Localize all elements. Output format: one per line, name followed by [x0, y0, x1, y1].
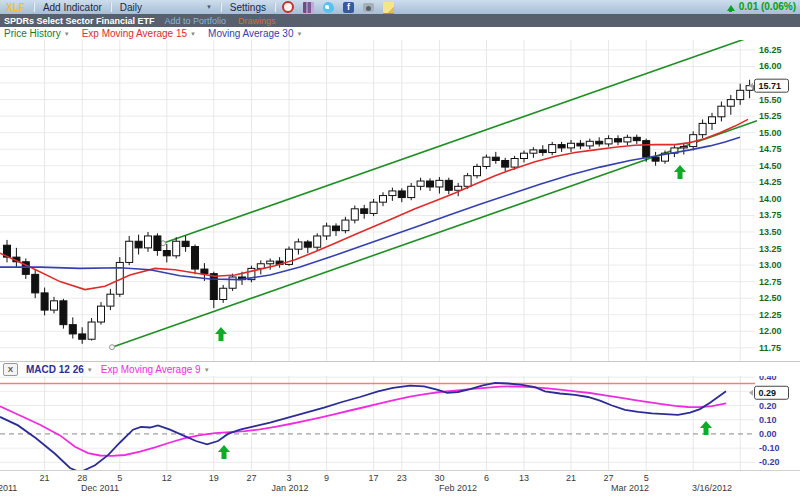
- candle: [445, 180, 452, 190]
- trend-channel[interactable]: [110, 40, 758, 350]
- candle: [643, 141, 650, 158]
- candle: [558, 145, 565, 148]
- main-toolbar: XLF Add Indicator Daily ▼ Settings f 0.0…: [0, 0, 800, 15]
- x-axis-month-label: Jan 2012: [260, 483, 320, 493]
- candle: [436, 180, 443, 187]
- svg-text:15.71: 15.71: [759, 81, 782, 91]
- time-axis[interactable]: 2128512192739172330613212752011Dec 2011J…: [0, 470, 800, 497]
- signal-up-arrow-icon: [674, 165, 686, 179]
- candle: [51, 301, 58, 310]
- ma30-menu[interactable]: Moving Average 30 ▼: [208, 28, 302, 39]
- macd-axis-tick: 0.10: [759, 415, 777, 425]
- candle: [79, 334, 86, 339]
- candle: [699, 123, 706, 134]
- x-axis-month-label: Feb 2012: [428, 483, 488, 493]
- x-axis-day-label: 9: [315, 473, 339, 483]
- price-change: 0.01 (0.06%): [727, 1, 796, 12]
- candle: [69, 325, 76, 334]
- price-axis-tick: 16.00: [759, 61, 782, 71]
- macd-axis-tick: 0.40: [759, 376, 777, 382]
- add-indicator-button[interactable]: Add Indicator: [35, 2, 110, 13]
- x-axis-day-label: 30: [427, 473, 451, 483]
- chevron-down-icon: ▼: [87, 367, 93, 373]
- period-dropdown[interactable]: Daily ▼: [112, 2, 220, 13]
- twitter-icon[interactable]: [323, 2, 334, 13]
- signal-up-arrow-icon: [215, 327, 227, 341]
- x-axis-day-label: 21: [33, 473, 57, 483]
- candle: [201, 269, 208, 274]
- candle: [370, 202, 377, 213]
- candle: [154, 236, 161, 251]
- candle: [502, 160, 509, 167]
- ema9-menu[interactable]: Exp Moving Average 9 ▼: [101, 364, 210, 375]
- candle: [492, 157, 499, 160]
- candle: [652, 157, 659, 161]
- note-icon[interactable]: [383, 2, 394, 13]
- candle: [718, 106, 725, 117]
- alarm-clock-icon[interactable]: [282, 1, 294, 13]
- candle: [380, 196, 387, 203]
- macd-line: [0, 383, 726, 470]
- candle: [427, 181, 434, 187]
- x-axis-day-label: 27: [239, 473, 263, 483]
- price-chart[interactable]: 11.7512.0012.2512.5012.7513.0013.2513.50…: [0, 40, 800, 361]
- price-axis-tick: 14.25: [759, 177, 782, 187]
- candle: [145, 236, 152, 248]
- macd-axis-tick: -0.20: [759, 457, 780, 467]
- price-axis-tick: 15.00: [759, 128, 782, 138]
- candle: [210, 274, 217, 300]
- x-axis-day-label: 6: [474, 473, 498, 483]
- x-axis-day-label: 19: [202, 473, 226, 483]
- settings-button[interactable]: Settings: [222, 2, 274, 13]
- candle: [727, 100, 734, 107]
- candle: [88, 322, 95, 339]
- candle: [60, 301, 67, 325]
- candle: [361, 209, 368, 214]
- candle: [464, 176, 471, 187]
- candle: [351, 209, 358, 220]
- camera-icon[interactable]: [363, 3, 374, 12]
- macd-axis-tick: -0.10: [759, 443, 780, 453]
- price-axis-tick: 13.75: [759, 210, 782, 220]
- x-axis-day-label: 3: [277, 473, 301, 483]
- ema15-menu[interactable]: Exp Moving Average 15 ▼: [82, 28, 196, 39]
- candle: [615, 139, 622, 142]
- last-value-box: 0.29: [749, 386, 789, 399]
- candle: [483, 157, 490, 166]
- price-gridlines: [0, 40, 755, 361]
- chevron-down-icon: ▼: [64, 31, 70, 37]
- price-axis-tick: 14.00: [759, 194, 782, 204]
- chevron-down-icon: ▼: [296, 31, 302, 37]
- drawings-link[interactable]: Drawings: [238, 16, 276, 26]
- candle: [596, 141, 603, 144]
- chevron-down-icon: ▼: [190, 31, 196, 37]
- candle: [304, 242, 311, 247]
- instrument-bar: SPDRs Select Sector Financial ETF Add to…: [0, 14, 800, 27]
- macd-signal-arrows: [218, 421, 712, 459]
- candle: [521, 153, 528, 158]
- symbol-label[interactable]: XLF: [0, 2, 33, 13]
- x-axis-day-label: 13: [512, 473, 536, 483]
- macd-menu[interactable]: MACD 12 26 ▼: [26, 364, 93, 375]
- close-pane-button[interactable]: X: [3, 363, 18, 376]
- library-icon[interactable]: [303, 2, 314, 13]
- facebook-icon[interactable]: f: [343, 2, 354, 13]
- up-arrow-icon: [727, 2, 736, 12]
- price-axis-tick: 15.50: [759, 95, 782, 105]
- macd-axis-tick: 0.20: [759, 401, 777, 411]
- last-price-box: 15.71: [749, 79, 789, 92]
- charting-app: XLF Add Indicator Daily ▼ Settings f 0.0…: [0, 0, 800, 497]
- price-axis-tick: 14.50: [759, 161, 782, 171]
- candle: [333, 226, 340, 231]
- signal-up-arrow-icon: [218, 445, 230, 459]
- price-history-menu[interactable]: Price History ▼: [4, 28, 70, 39]
- svg-text:0.29: 0.29: [759, 388, 777, 398]
- macd-chart[interactable]: 0.400.200.100.00-0.10-0.200.29: [0, 376, 800, 470]
- macd-axis-tick: 0.00: [759, 429, 777, 439]
- add-to-portfolio-link[interactable]: Add to Portfolio: [165, 16, 227, 26]
- price-axis-tick: 16.25: [759, 45, 782, 55]
- change-text: 0.01 (0.06%): [739, 1, 796, 12]
- candle: [342, 220, 349, 231]
- candle: [126, 241, 133, 262]
- macd-pane-header: X MACD 12 26 ▼ Exp Moving Average 9 ▼: [0, 361, 800, 377]
